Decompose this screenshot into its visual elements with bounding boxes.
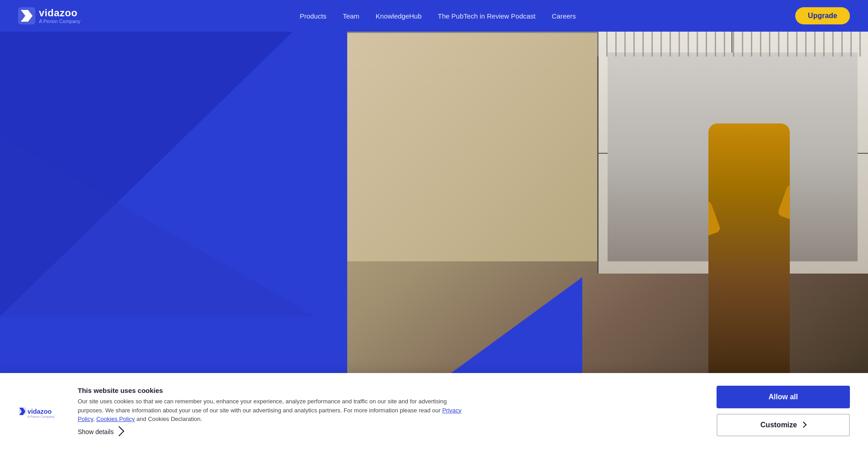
cookie-body-suffix: and Cookies Declaration. bbox=[137, 416, 202, 422]
chevron-right-icon bbox=[114, 426, 125, 436]
svg-text:vidazoo: vidazoo bbox=[28, 408, 52, 415]
cookie-title: This website uses cookies bbox=[78, 387, 698, 394]
hero-triangle-2 bbox=[0, 136, 316, 317]
nav-knowledge[interactable]: KnowledgeHub bbox=[376, 12, 422, 20]
nav-products[interactable]: Products bbox=[300, 12, 326, 20]
nav-careers[interactable]: Careers bbox=[552, 12, 576, 20]
customize-button[interactable]: Customize bbox=[717, 414, 850, 436]
cookie-cookies-link[interactable]: Cookies Policy bbox=[96, 416, 135, 422]
cookie-logo: vidazoo A Perion Company bbox=[18, 402, 63, 420]
allow-all-button[interactable]: Allow all bbox=[717, 386, 850, 408]
svg-text:A Perion Company: A Perion Company bbox=[28, 415, 55, 419]
cookie-banner: vidazoo A Perion Company This website us… bbox=[0, 373, 868, 449]
upgrade-button[interactable]: Upgrade bbox=[795, 7, 850, 24]
nav-podcast[interactable]: The PubTech in Review Podcast bbox=[438, 12, 536, 20]
cookie-buttons: Allow all Customize bbox=[717, 386, 850, 436]
navbar: vidazoo A Perion Company Products Team K… bbox=[0, 0, 868, 32]
cookie-body-text: Our site uses cookies so that we can rem… bbox=[78, 398, 447, 414]
cookie-content: This website uses cookies Our site uses … bbox=[78, 387, 698, 435]
logo-name: vidazoo bbox=[39, 8, 80, 19]
logo[interactable]: vidazoo A Perion Company bbox=[18, 7, 80, 24]
show-details-button[interactable]: Show details bbox=[78, 428, 698, 435]
logo-sub: A Perion Company bbox=[39, 19, 80, 24]
cookie-left: vidazoo A Perion Company This website us… bbox=[18, 387, 698, 435]
chevron-right-icon bbox=[800, 421, 807, 428]
nav-links: Products Team KnowledgeHub The PubTech i… bbox=[300, 12, 576, 20]
cookie-body: Our site uses cookies so that we can rem… bbox=[78, 397, 462, 424]
nav-team[interactable]: Team bbox=[343, 12, 359, 20]
